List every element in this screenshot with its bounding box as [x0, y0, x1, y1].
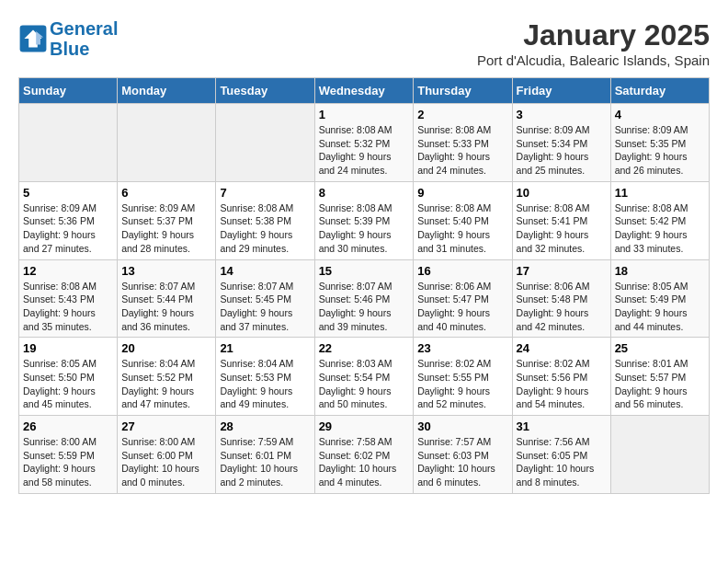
calendar-cell: 10Sunrise: 8:08 AM Sunset: 5:41 PM Dayli…: [512, 181, 610, 259]
day-info: Sunrise: 8:02 AM Sunset: 5:56 PM Dayligh…: [517, 357, 607, 411]
day-info: Sunrise: 8:03 AM Sunset: 5:54 PM Dayligh…: [319, 357, 410, 411]
calendar-cell: 26Sunrise: 8:00 AM Sunset: 5:59 PM Dayli…: [19, 416, 118, 494]
day-info: Sunrise: 8:07 AM Sunset: 5:46 PM Dayligh…: [319, 280, 410, 334]
day-number: 8: [319, 186, 410, 200]
day-number: 16: [417, 264, 507, 278]
day-info: Sunrise: 8:00 AM Sunset: 5:59 PM Dayligh…: [23, 435, 113, 489]
calendar-cell: 5Sunrise: 8:09 AM Sunset: 5:36 PM Daylig…: [19, 181, 118, 259]
day-info: Sunrise: 8:08 AM Sunset: 5:41 PM Dayligh…: [517, 201, 607, 256]
day-info: Sunrise: 8:06 AM Sunset: 5:47 PM Dayligh…: [417, 280, 507, 334]
day-info: Sunrise: 8:04 AM Sunset: 5:53 PM Dayligh…: [220, 357, 310, 411]
calendar-cell: 27Sunrise: 8:00 AM Sunset: 6:00 PM Dayli…: [118, 416, 216, 494]
day-number: 18: [615, 264, 705, 278]
day-number: 4: [615, 108, 705, 121]
day-info: Sunrise: 8:08 AM Sunset: 5:39 PM Dayligh…: [319, 201, 410, 256]
day-of-week-header: Tuesday: [216, 78, 314, 104]
calendar-cell: 28Sunrise: 7:59 AM Sunset: 6:01 PM Dayli…: [216, 416, 314, 494]
calendar-cell: 20Sunrise: 8:04 AM Sunset: 5:52 PM Dayli…: [118, 338, 216, 416]
calendar-cell: 1Sunrise: 8:08 AM Sunset: 5:32 PM Daylig…: [314, 104, 414, 182]
calendar-cell: [19, 104, 118, 182]
calendar-table: SundayMondayTuesdayWednesdayThursdayFrid…: [18, 77, 710, 494]
day-of-week-header: Monday: [118, 78, 216, 104]
day-number: 10: [517, 186, 607, 200]
calendar-cell: 2Sunrise: 8:08 AM Sunset: 5:33 PM Daylig…: [414, 104, 512, 182]
logo-icon: [18, 24, 48, 53]
day-info: Sunrise: 8:05 AM Sunset: 5:50 PM Dayligh…: [23, 357, 113, 411]
calendar-cell: 19Sunrise: 8:05 AM Sunset: 5:50 PM Dayli…: [19, 338, 118, 416]
day-info: Sunrise: 7:56 AM Sunset: 6:05 PM Dayligh…: [517, 435, 607, 489]
title-block: January 2025 Port d'Alcudia, Balearic Is…: [477, 18, 710, 68]
day-of-week-header: Saturday: [610, 78, 709, 104]
day-of-week-header: Thursday: [414, 78, 512, 104]
day-info: Sunrise: 7:57 AM Sunset: 6:03 PM Dayligh…: [417, 435, 507, 489]
calendar-cell: 15Sunrise: 8:07 AM Sunset: 5:46 PM Dayli…: [314, 259, 414, 338]
day-number: 11: [615, 186, 705, 200]
day-number: 30: [417, 419, 507, 433]
day-number: 21: [220, 341, 310, 355]
day-number: 29: [319, 419, 410, 433]
day-number: 31: [517, 419, 607, 433]
day-number: 6: [121, 186, 211, 200]
day-number: 3: [517, 108, 607, 121]
day-info: Sunrise: 8:07 AM Sunset: 5:44 PM Dayligh…: [121, 280, 211, 334]
day-number: 14: [220, 264, 310, 278]
day-of-week-header: Friday: [512, 78, 610, 104]
page-header: General Blue January 2025 Port d'Alcudia…: [18, 18, 710, 68]
calendar-cell: 12Sunrise: 8:08 AM Sunset: 5:43 PM Dayli…: [19, 259, 118, 338]
day-info: Sunrise: 7:59 AM Sunset: 6:01 PM Dayligh…: [220, 435, 310, 489]
day-number: 24: [517, 341, 607, 355]
day-info: Sunrise: 8:09 AM Sunset: 5:37 PM Dayligh…: [121, 201, 211, 256]
day-info: Sunrise: 8:08 AM Sunset: 5:40 PM Dayligh…: [417, 201, 507, 256]
day-info: Sunrise: 8:08 AM Sunset: 5:32 PM Dayligh…: [319, 123, 410, 178]
calendar-cell: 21Sunrise: 8:04 AM Sunset: 5:53 PM Dayli…: [216, 338, 314, 416]
calendar-cell: 29Sunrise: 7:58 AM Sunset: 6:02 PM Dayli…: [314, 416, 414, 494]
day-info: Sunrise: 8:09 AM Sunset: 5:34 PM Dayligh…: [517, 123, 607, 178]
day-number: 12: [23, 264, 113, 278]
calendar-cell: 3Sunrise: 8:09 AM Sunset: 5:34 PM Daylig…: [512, 104, 610, 182]
day-number: 17: [517, 264, 607, 278]
calendar-cell: [216, 104, 314, 182]
day-number: 1: [319, 108, 410, 121]
day-number: 9: [417, 186, 507, 200]
calendar-cell: 25Sunrise: 8:01 AM Sunset: 5:57 PM Dayli…: [610, 338, 709, 416]
subtitle: Port d'Alcudia, Balearic Islands, Spain: [477, 52, 710, 68]
main-title: January 2025: [477, 18, 710, 52]
day-info: Sunrise: 8:09 AM Sunset: 5:36 PM Dayligh…: [23, 201, 113, 256]
calendar-cell: 11Sunrise: 8:08 AM Sunset: 5:42 PM Dayli…: [610, 181, 709, 259]
calendar-cell: 8Sunrise: 8:08 AM Sunset: 5:39 PM Daylig…: [314, 181, 414, 259]
logo: General Blue: [18, 18, 118, 59]
calendar-cell: 23Sunrise: 8:02 AM Sunset: 5:55 PM Dayli…: [414, 338, 512, 416]
calendar-cell: 13Sunrise: 8:07 AM Sunset: 5:44 PM Dayli…: [118, 259, 216, 338]
calendar-cell: 16Sunrise: 8:06 AM Sunset: 5:47 PM Dayli…: [414, 259, 512, 338]
day-info: Sunrise: 8:08 AM Sunset: 5:42 PM Dayligh…: [615, 201, 705, 256]
day-info: Sunrise: 8:08 AM Sunset: 5:33 PM Dayligh…: [417, 123, 507, 178]
calendar-week-row: 1Sunrise: 8:08 AM Sunset: 5:32 PM Daylig…: [19, 104, 710, 182]
calendar-header-row: SundayMondayTuesdayWednesdayThursdayFrid…: [19, 78, 710, 104]
calendar-body: 1Sunrise: 8:08 AM Sunset: 5:32 PM Daylig…: [19, 104, 710, 494]
day-number: 23: [417, 341, 507, 355]
calendar-week-row: 26Sunrise: 8:00 AM Sunset: 5:59 PM Dayli…: [19, 416, 710, 494]
calendar-cell: 9Sunrise: 8:08 AM Sunset: 5:40 PM Daylig…: [414, 181, 512, 259]
day-number: 28: [220, 419, 310, 433]
day-of-week-header: Wednesday: [314, 78, 414, 104]
calendar-cell: 24Sunrise: 8:02 AM Sunset: 5:56 PM Dayli…: [512, 338, 610, 416]
day-number: 26: [23, 419, 113, 433]
day-number: 20: [121, 341, 211, 355]
day-number: 7: [220, 186, 310, 200]
calendar-week-row: 5Sunrise: 8:09 AM Sunset: 5:36 PM Daylig…: [19, 181, 710, 259]
day-info: Sunrise: 7:58 AM Sunset: 6:02 PM Dayligh…: [319, 435, 410, 489]
day-number: 15: [319, 264, 410, 278]
calendar-week-row: 19Sunrise: 8:05 AM Sunset: 5:50 PM Dayli…: [19, 338, 710, 416]
day-number: 5: [23, 186, 113, 200]
day-info: Sunrise: 8:00 AM Sunset: 6:00 PM Dayligh…: [121, 435, 211, 489]
day-number: 19: [23, 341, 113, 355]
day-info: Sunrise: 8:01 AM Sunset: 5:57 PM Dayligh…: [615, 357, 705, 411]
day-info: Sunrise: 8:02 AM Sunset: 5:55 PM Dayligh…: [417, 357, 507, 411]
calendar-week-row: 12Sunrise: 8:08 AM Sunset: 5:43 PM Dayli…: [19, 259, 710, 338]
day-number: 27: [121, 419, 211, 433]
logo-text: General Blue: [50, 18, 118, 59]
calendar-cell: [610, 416, 709, 494]
day-number: 22: [319, 341, 410, 355]
calendar-cell: 17Sunrise: 8:06 AM Sunset: 5:48 PM Dayli…: [512, 259, 610, 338]
calendar-cell: 7Sunrise: 8:08 AM Sunset: 5:38 PM Daylig…: [216, 181, 314, 259]
